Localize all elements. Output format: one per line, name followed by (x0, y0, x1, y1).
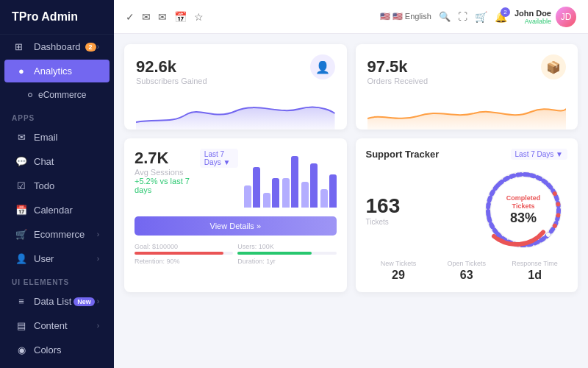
progress-bar-retention (135, 252, 223, 255)
star-icon[interactable]: ☆ (194, 11, 204, 23)
bar (263, 193, 270, 208)
sidebar-item-colors[interactable]: ◉ Colors (4, 339, 110, 361)
dashboard-badge: 2 (85, 43, 96, 52)
session-header: 2.7K Avg Sessions +5.2% vs last 7 days L… (135, 149, 337, 215)
bar (310, 163, 318, 208)
sidebar-item-todo[interactable]: ☑ Todo (4, 174, 110, 197)
bar (282, 178, 290, 208)
view-details-button[interactable]: View Details » (135, 216, 337, 236)
svg-point-18 (545, 232, 551, 238)
calendar-topbar-icon[interactable]: 📅 (174, 11, 187, 23)
new-tickets-value: 29 (366, 269, 431, 282)
svg-point-7 (489, 191, 495, 197)
message-icon[interactable]: ✉ (158, 11, 167, 23)
bar (291, 156, 298, 208)
sidebar-item-label: Analytics (34, 66, 72, 77)
apps-section-label: APPS (0, 107, 114, 125)
svg-point-10 (515, 172, 520, 177)
search-icon[interactable]: 🔍 (439, 11, 451, 22)
gauge-center: CompletedTickets 83% (506, 194, 541, 226)
notification-badge: 2 (501, 7, 510, 17)
bar (301, 182, 309, 208)
bar-group-1 (244, 167, 260, 208)
svg-point-15 (556, 202, 561, 207)
svg-point-5 (486, 213, 491, 218)
sidebar-item-label: Content (34, 320, 68, 331)
sidebar-item-label: Email (34, 132, 58, 143)
sidebar-item-user[interactable]: 👤 User › (4, 247, 110, 270)
sidebar-item-label: Calendar (34, 205, 73, 216)
main-area: ✓ ✉ ✉ 📅 ☆ 🇺🇸 🇺🇸 English 🔍 ⛶ 🛒 🔔 2 (114, 0, 588, 368)
svg-point-17 (552, 223, 558, 229)
sidebar-sub-ecommerce[interactable]: eCommerce (28, 86, 104, 104)
gauge-chart: CompletedTickets 83% (479, 166, 567, 254)
open-tickets-label: Open Tickets (434, 260, 499, 267)
content-area: 92.6k Subscribers Gained 👤 (114, 34, 588, 368)
support-period[interactable]: Last 7 Days ▼ (511, 149, 567, 160)
stat-card-header: 97.5k Orders Received 📦 (368, 54, 567, 90)
sidebar-item-chat[interactable]: 💬 Chat (4, 150, 110, 173)
bar-group-2 (263, 178, 279, 208)
chat-icon: 💬 (15, 156, 28, 167)
stat-value: 97.5k (368, 57, 429, 77)
sidebar-item-label: Ecommerce (34, 229, 85, 240)
bar (253, 167, 260, 208)
support-title: Support Tracker (366, 149, 440, 160)
session-growth: +5.2% vs last 7 days (135, 177, 200, 194)
sidebar-item-email[interactable]: ✉ Email (4, 126, 110, 149)
duration-label: Duration: 1yr (237, 258, 336, 265)
stat-icon-subscribers: 👤 (310, 54, 335, 79)
language-selector[interactable]: 🇺🇸 🇺🇸 English (380, 12, 431, 21)
chevron-right-icon: › (97, 255, 99, 263)
sidebar-item-label: User (34, 253, 54, 264)
open-tickets-value: 63 (434, 269, 499, 282)
session-stats-grid: Goal: $100000 Retention: 90% Users: 100K… (135, 243, 337, 266)
stat-label: Subscribers Gained (136, 77, 207, 85)
sidebar-item-datalist[interactable]: ≡ Data List New › (4, 290, 110, 313)
tickets-label: Tickets (366, 218, 473, 226)
svg-point-14 (552, 191, 558, 197)
box-icon: 📦 (546, 60, 561, 74)
chevron-right-icon: › (97, 230, 99, 238)
user-icon: 👤 (15, 253, 28, 264)
bar (320, 189, 328, 208)
sidebar-item-analytics[interactable]: ● Analytics (4, 60, 110, 82)
cart-icon[interactable]: 🛒 (475, 11, 487, 23)
session-value: 2.7K (135, 149, 200, 168)
content-icon: ▤ (15, 320, 28, 331)
tickets-number: 163 (366, 194, 473, 218)
sidebar-group-ecommerce: eCommerce (0, 83, 114, 107)
bar (272, 178, 279, 208)
subscribers-card: 92.6k Subscribers Gained 👤 (124, 44, 347, 130)
support-left: 163 Tickets (366, 194, 473, 226)
topbar: ✓ ✉ ✉ 📅 ☆ 🇺🇸 🇺🇸 English 🔍 ⛶ 🛒 🔔 2 (114, 0, 588, 34)
sidebar-item-calendar[interactable]: 📅 Calendar (4, 199, 110, 222)
mail-icon[interactable]: ✉ (142, 11, 151, 23)
bar-group-3 (282, 156, 298, 208)
sidebar-item-label: Chat (34, 156, 54, 167)
calendar-icon: 📅 (15, 205, 28, 216)
sidebar-item-label: Dashboard (34, 41, 81, 52)
sidebar-item-ecommerce2[interactable]: 🛒 Ecommerce › (4, 223, 110, 246)
svg-point-11 (526, 172, 531, 177)
open-tickets-stat: Open Tickets 63 (434, 260, 499, 282)
stat-users: Users: 100K Duration: 1yr (237, 243, 336, 266)
sidebar-item-icons[interactable]: ★ Icons › (4, 363, 110, 368)
session-period[interactable]: Last 7 Days ▼ (200, 149, 238, 168)
ui-section-label: UI ELEMENTS (0, 271, 114, 289)
user-status: Available (514, 18, 551, 25)
todo-icon: ☑ (15, 180, 28, 191)
check-icon[interactable]: ✓ (126, 11, 135, 23)
ecommerce-icon: 🛒 (15, 229, 28, 240)
gauge-label: CompletedTickets (506, 194, 541, 210)
user-profile[interactable]: John Doe Available JD (514, 7, 576, 27)
session-card: 2.7K Avg Sessions +5.2% vs last 7 days L… (124, 138, 347, 292)
response-time-value: 1d (502, 269, 567, 282)
chevron-right-icon: › (97, 322, 99, 330)
bar-group-4 (301, 163, 318, 208)
chevron-down-icon: › (97, 43, 99, 51)
sidebar-item-content[interactable]: ▤ Content › (4, 314, 110, 337)
sidebar-item-dashboard[interactable]: ⊞ Dashboard 2 › (4, 35, 110, 58)
sidebar-item-label: Todo (34, 180, 54, 191)
fullscreen-icon[interactable]: ⛶ (458, 11, 467, 22)
